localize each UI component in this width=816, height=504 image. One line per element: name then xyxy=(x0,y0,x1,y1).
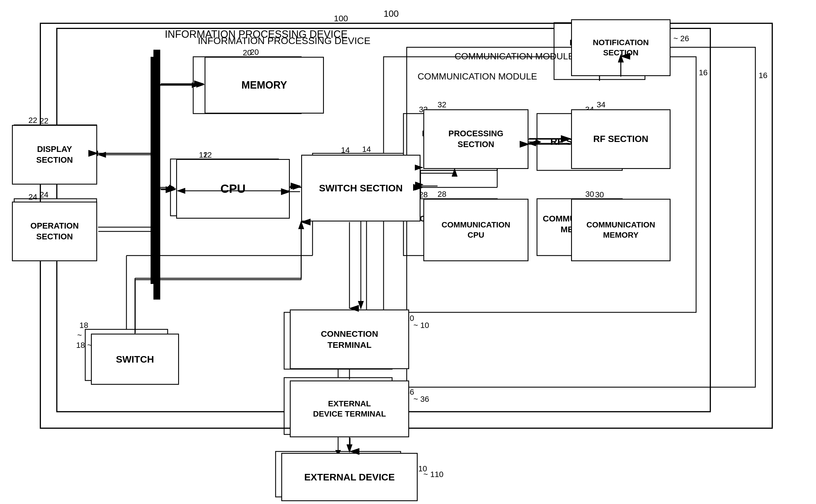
ref-36: ~ 36 xyxy=(414,395,429,404)
ref-22: 22 xyxy=(28,116,37,125)
main-device-label: INFORMATION PROCESSING DEVICE xyxy=(165,28,347,40)
switch-box: SWITCH xyxy=(91,334,179,385)
diagram: MEMORY 20 CPU 12 SWITCH SECTION 14 DISPL… xyxy=(0,0,816,504)
external-device-terminal-box: EXTERNALDEVICE TERMINAL xyxy=(290,380,409,437)
svg-text:100: 100 xyxy=(334,14,348,23)
bus-bar xyxy=(153,50,160,300)
rf-section-box: RF SECTION xyxy=(571,109,671,169)
ref-10: ~ 10 xyxy=(414,321,429,330)
comm-module-label: COMMUNICATION MODULE xyxy=(455,51,574,62)
communication-cpu-box: COMMUNICATIONCPU xyxy=(424,199,529,261)
communication-memory-box: COMMUNICATIONMEMORY xyxy=(571,199,671,261)
ref-34: 34 xyxy=(597,100,606,109)
ref-32: 32 xyxy=(438,100,447,109)
ref-16: 16 xyxy=(759,71,767,80)
ref-30: 30 xyxy=(585,190,594,199)
ref-18: 18 ~ xyxy=(76,341,92,350)
processing-section-box: PROCESSINGSECTION xyxy=(424,109,529,169)
notification-section-box: NOTIFICATIONSECTION xyxy=(571,19,671,76)
operation-section-box: OPERATIONSECTION xyxy=(12,202,97,261)
ref-14: 14 xyxy=(341,146,350,155)
switch-section-box: SWITCH SECTION xyxy=(301,155,421,221)
ref-12: 12 xyxy=(199,150,208,160)
cpu-box: CPU xyxy=(176,159,290,219)
diagram-title: 100 xyxy=(383,9,398,19)
memory-box: MEMORY xyxy=(204,57,324,114)
connection-terminal-box: CONNECTIONTERMINAL xyxy=(290,309,409,369)
ref-110: ~ 110 xyxy=(424,470,444,479)
external-device-box: EXTERNAL DEVICE xyxy=(281,453,418,501)
ref-20: 20 xyxy=(250,48,259,57)
ref-28: 28 xyxy=(438,190,447,199)
ref-24: 24 xyxy=(28,193,37,202)
display-section-box: DISPLAYSECTION xyxy=(12,125,97,185)
ref-26: ~ 26 xyxy=(673,34,689,43)
